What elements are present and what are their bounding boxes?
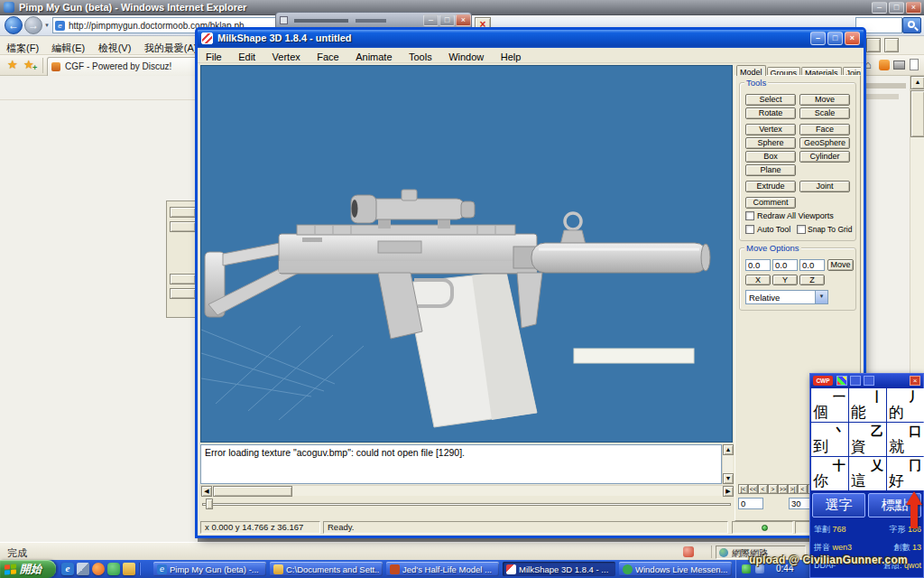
select-tool-button[interactable]: Select (745, 94, 796, 106)
red-up-arrow-icon[interactable] (906, 491, 922, 533)
cylinder-tool-button[interactable]: Cylinder (799, 151, 850, 163)
ms-close-button[interactable]: × (845, 32, 860, 45)
dialog-button-3[interactable] (170, 274, 196, 284)
milkshape-titlebar[interactable]: MilkShape 3D 1.8.4 - untitled – □ × (198, 30, 864, 48)
taskbar-item-explorer[interactable]: C:\Documents and Sett... (270, 562, 383, 576)
ie-menu-file[interactable]: 檔案(F) (6, 42, 39, 53)
ie-toolbar-icon-1[interactable] (866, 38, 881, 52)
ime-minimize-button[interactable] (864, 376, 874, 386)
ie-minimize-button[interactable]: – (872, 2, 887, 14)
vertex-tool-button[interactable]: Vertex (745, 124, 796, 135)
ms-menu-edit[interactable]: Edit (232, 51, 262, 63)
dropdown-arrow-icon[interactable]: ▼ (815, 291, 827, 303)
anim-start-frame-field[interactable] (738, 498, 763, 509)
plane-tool-button[interactable]: Plane (745, 164, 796, 176)
scroll-up-button[interactable]: ▲ (910, 76, 924, 89)
move-mode-dropdown[interactable]: Relative ▼ (745, 290, 828, 304)
move-apply-button[interactable]: Move (827, 259, 854, 271)
ms-minimize-button[interactable]: – (810, 32, 826, 45)
axis-x-button[interactable]: X (745, 275, 771, 285)
media-player-icon[interactable] (92, 563, 105, 575)
search-button[interactable] (902, 17, 921, 33)
ms-maximize-button[interactable]: □ (827, 32, 843, 45)
bg-window-close[interactable]: × (456, 14, 471, 26)
start-button[interactable]: 開始 (0, 560, 56, 578)
anim-prev-keyframe-button[interactable]: << (748, 484, 758, 494)
3d-viewport[interactable] (200, 65, 733, 443)
taskbar-item-pimp-my-gun[interactable]: e Pimp My Gun (beta) -... (153, 562, 266, 576)
back-button[interactable]: ← (5, 16, 23, 34)
ime-select-word-button[interactable]: 選字 (812, 493, 865, 517)
ms-menu-animate[interactable]: Animate (349, 51, 398, 63)
taskbar-item-jeds-hlmv[interactable]: Jed's Half-Life Model ... (386, 562, 499, 576)
dialog-button-2[interactable] (170, 221, 196, 232)
axis-z-button[interactable]: Z (799, 275, 825, 285)
move-tool-button[interactable]: Move (799, 94, 850, 106)
ime-key-6[interactable]: 就口 (887, 423, 924, 456)
sphere-tool-button[interactable]: Sphere (745, 137, 796, 149)
forward-button[interactable]: → (24, 16, 42, 34)
dialog-button-1[interactable] (170, 207, 196, 218)
ime-key-7[interactable]: 你十 (811, 457, 848, 490)
move-z-field[interactable] (799, 259, 825, 271)
dialog-button-4[interactable] (170, 288, 196, 299)
ms-menu-window[interactable]: Window (442, 51, 490, 63)
anim-first-frame-button[interactable]: |< (738, 484, 748, 494)
ime-key-1[interactable]: 個一 (811, 388, 848, 422)
anim-next-frame-button[interactable]: > (768, 484, 778, 494)
ime-titlebar[interactable]: CWP × (810, 374, 923, 388)
ie-menu-edit[interactable]: 編輯(E) (52, 42, 86, 53)
ms-menu-vertex[interactable]: Vertex (266, 51, 307, 63)
ime-mode-icon[interactable] (836, 376, 847, 386)
ime-key-3[interactable]: 的丿 (887, 388, 924, 422)
log-scroll-left[interactable]: ◀ (201, 486, 212, 497)
log-hscroll-thumb[interactable] (213, 486, 292, 497)
feeds-icon[interactable] (879, 60, 890, 70)
redraw-all-viewports-checkbox[interactable] (745, 211, 754, 220)
ms-menu-face[interactable]: Face (310, 51, 345, 63)
show-desktop-icon[interactable] (77, 563, 89, 575)
rotate-tool-button[interactable]: Rotate (745, 107, 796, 119)
move-x-field[interactable] (745, 259, 771, 271)
messenger-icon[interactable] (107, 563, 120, 575)
snap-to-grid-checkbox[interactable] (797, 225, 806, 234)
history-dropdown-icon[interactable]: ▼ (44, 23, 50, 28)
comment-tool-button[interactable]: Comment (745, 197, 796, 209)
log-vertical-scrollbar[interactable]: ▲ ▼ (722, 444, 733, 484)
scale-tool-button[interactable]: Scale (799, 107, 850, 119)
anim-prev-frame-button[interactable]: < (758, 484, 768, 494)
bg-window-maximize[interactable]: □ (439, 14, 455, 26)
ie-menu-favorites[interactable]: 我的最愛(A) (144, 42, 198, 53)
anim-play-back-button[interactable]: < (798, 484, 808, 494)
ime-key-4[interactable]: 到丶 (811, 423, 848, 456)
move-y-field[interactable] (772, 259, 798, 271)
timeline-thumb[interactable] (206, 499, 213, 509)
favorites-star-icon[interactable]: ★ (7, 58, 18, 71)
ie-maximize-button[interactable]: □ (889, 2, 904, 14)
bg-window-minimize[interactable]: – (423, 14, 439, 26)
ie-quicklaunch-icon[interactable]: e (61, 563, 74, 575)
ie-close-button[interactable]: × (906, 2, 921, 14)
log-scroll-right[interactable]: ▶ (723, 486, 734, 497)
log-scroll-down[interactable]: ▼ (723, 473, 734, 484)
scroll-thumb[interactable] (910, 90, 924, 137)
ime-key-2[interactable]: 能丨 (849, 388, 886, 422)
message-log[interactable]: Error loading texture "acoguv.bmp": coul… (200, 444, 722, 484)
anim-last-frame-button[interactable]: >| (788, 484, 798, 494)
auto-tool-checkbox[interactable] (745, 225, 754, 234)
animation-timeline[interactable] (200, 498, 733, 510)
tab-model[interactable]: Model (736, 65, 766, 76)
ime-key-9[interactable]: 好冂 (887, 457, 924, 490)
ms-menu-help[interactable]: Help (494, 51, 528, 63)
face-tool-button[interactable]: Face (799, 124, 850, 135)
axis-y-button[interactable]: Y (772, 275, 798, 285)
ie-toolbar-icon-2[interactable] (884, 38, 899, 52)
print-icon[interactable] (893, 61, 905, 70)
geosphere-tool-button[interactable]: GeoSphere (799, 137, 850, 149)
ime-key-5[interactable]: 資乙 (849, 423, 886, 456)
taskbar-item-messenger[interactable]: Windows Live Messen... (619, 562, 732, 576)
ime-key-8[interactable]: 這乂 (849, 457, 886, 490)
log-scroll-up[interactable]: ▲ (723, 444, 734, 455)
ime-settings-button[interactable] (850, 376, 861, 386)
joint-tool-button[interactable]: Joint (799, 181, 850, 192)
